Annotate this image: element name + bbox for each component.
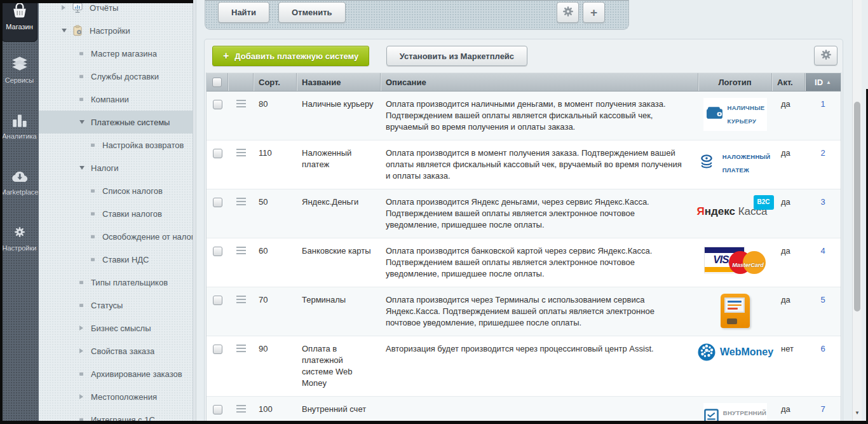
row-checkbox-cell (207, 92, 228, 140)
row-checkbox[interactable] (213, 149, 222, 158)
sidebar-item-label: Местоположения (39, 392, 157, 402)
row-id-link[interactable]: 7 (820, 404, 825, 414)
sidebar-item[interactable]: Службы доставки (39, 65, 193, 88)
sidebar-resize-gutter[interactable] (193, 0, 196, 424)
chevron-down-icon[interactable] (79, 120, 85, 124)
drag-handle-icon[interactable] (236, 345, 246, 352)
sidebar-item[interactable]: Статусы (39, 294, 193, 317)
drag-handle-icon[interactable] (236, 198, 246, 205)
drag-handle-icon[interactable] (236, 405, 246, 413)
drag-handle-icon[interactable] (236, 247, 246, 254)
row-checkbox[interactable] (213, 296, 222, 305)
add-payment-system-label: Добавить платежную систему (234, 51, 358, 61)
rail-item-analytics[interactable]: Аналитика (1, 98, 37, 154)
install-from-marketplace-button[interactable]: Установить из Маркетплейс (386, 46, 527, 66)
header-description[interactable]: Описание (381, 73, 698, 91)
table-body: 80Наличные курьеруОплата производится на… (207, 92, 841, 424)
cash-courier-icon (706, 106, 723, 123)
sidebar-item[interactable]: Компании (39, 88, 193, 111)
sidebar-item[interactable]: Список налогов (39, 179, 193, 202)
header-id[interactable]: ID ▲ (805, 73, 841, 91)
row-sort: 100 (254, 397, 297, 424)
sidebar-item[interactable]: Настройка возвратов (39, 133, 193, 156)
chevron-down-icon[interactable] (62, 29, 67, 32)
header-active[interactable]: Акт. (772, 73, 805, 91)
row-active-flag: да (772, 238, 805, 287)
row-id-link[interactable]: 3 (820, 197, 825, 207)
chevron-right-icon[interactable] (79, 394, 83, 399)
table-row: 70ТерминалыОплата производится через Тер… (207, 287, 841, 336)
header-sort[interactable]: Сорт. (254, 73, 297, 91)
drag-handle-icon[interactable] (236, 149, 246, 156)
row-name: Терминалы (297, 287, 381, 336)
chevron-right-icon[interactable] (79, 348, 83, 353)
add-payment-system-button[interactable]: + Добавить платежную систему (212, 46, 369, 66)
row-sort: 110 (254, 140, 297, 189)
scrollbar-down-arrow[interactable]: ▼ (853, 410, 862, 416)
bullet-icon (79, 280, 83, 284)
sidebar-item[interactable]: Платежные системы (39, 111, 193, 133)
sidebar-item[interactable]: Мастер магазина (39, 42, 193, 65)
rail-item-store[interactable]: Магазин (1, 0, 37, 42)
row-id-link[interactable]: 6 (820, 344, 825, 353)
sidebar-item[interactable]: Освобождение от налогов (39, 225, 193, 248)
row-checkbox[interactable] (213, 100, 222, 109)
sidebar-item-label: Ставки налогов (39, 209, 162, 219)
sidebar-item[interactable]: Местоположения (39, 385, 193, 408)
row-id-link[interactable]: 1 (820, 99, 825, 109)
rail-item-label: Магазин (6, 23, 32, 31)
row-id-cell: 5 (805, 287, 841, 336)
row-checkbox[interactable] (213, 247, 222, 256)
row-checkbox-cell (207, 336, 228, 396)
row-id-cell: 1 (805, 92, 841, 140)
filter-add-button[interactable]: + (583, 2, 605, 23)
row-name: Яндекс.Деньги (297, 189, 381, 238)
header-drag-column (228, 73, 254, 91)
payment-terminal-logo (721, 294, 750, 328)
row-name: Внутренний счет (297, 397, 381, 424)
sidebar-item[interactable]: Настройки (39, 19, 193, 42)
rail-item-label: Сервисы (5, 76, 34, 84)
grid-settings-button[interactable] (814, 46, 837, 65)
row-checkbox-cell (207, 287, 228, 336)
row-id-link[interactable]: 4 (820, 246, 825, 256)
sidebar-item[interactable]: Ставки НДС (39, 248, 193, 271)
sidebar-item[interactable]: Архивирование заказов (39, 362, 193, 385)
row-drag-cell (228, 336, 254, 396)
chevron-right-icon[interactable] (79, 325, 83, 331)
row-name: Банковские карты (297, 238, 381, 287)
chevron-right-icon[interactable] (62, 5, 65, 10)
app-window: МагазинСервисыАналитикаMarketplaceНастро… (0, 0, 868, 424)
row-id-link[interactable]: 2 (820, 148, 825, 158)
header-name[interactable]: Название (297, 73, 381, 91)
sidebar-item[interactable]: Налоги (39, 156, 193, 179)
filter-settings-button[interactable] (557, 2, 579, 23)
header-logo[interactable]: Логотип (698, 73, 772, 91)
reports-icon (72, 2, 83, 13)
row-checkbox[interactable] (213, 345, 222, 354)
chevron-down-icon[interactable] (79, 166, 85, 170)
find-button[interactable]: Найти (218, 2, 269, 23)
sidebar-item[interactable]: Типы плательщиков (39, 271, 193, 294)
sidebar-item[interactable]: Ставки налогов (39, 202, 193, 225)
drag-handle-icon[interactable] (236, 100, 246, 107)
rail-item-services[interactable]: Сервисы (1, 42, 37, 98)
row-id-link[interactable]: 5 (820, 295, 825, 304)
b2c-badge: B2C (754, 195, 774, 210)
cancel-button[interactable]: Отменить (278, 2, 346, 23)
select-all-checkbox[interactable] (212, 78, 222, 87)
rail-item-settings[interactable]: Настройки (1, 210, 37, 266)
cloud-download-icon (10, 168, 29, 184)
sidebar-item[interactable]: Свойства заказа (39, 339, 193, 362)
row-active-flag: да (772, 287, 805, 336)
drag-handle-icon[interactable] (236, 296, 246, 303)
rail-item-marketplace[interactable]: Marketplace (1, 154, 37, 210)
row-active-flag: да (772, 92, 805, 140)
sidebar-item[interactable]: Бизнес смыслы (39, 317, 193, 339)
row-checkbox[interactable] (213, 405, 222, 414)
row-description: Оплата производится банковской картой че… (381, 238, 698, 287)
vertical-scrollbar[interactable]: ▼ (852, 0, 862, 421)
sidebar-item-label: Компании (39, 95, 129, 104)
scrollbar-thumb[interactable] (854, 102, 860, 311)
row-checkbox[interactable] (213, 198, 222, 207)
